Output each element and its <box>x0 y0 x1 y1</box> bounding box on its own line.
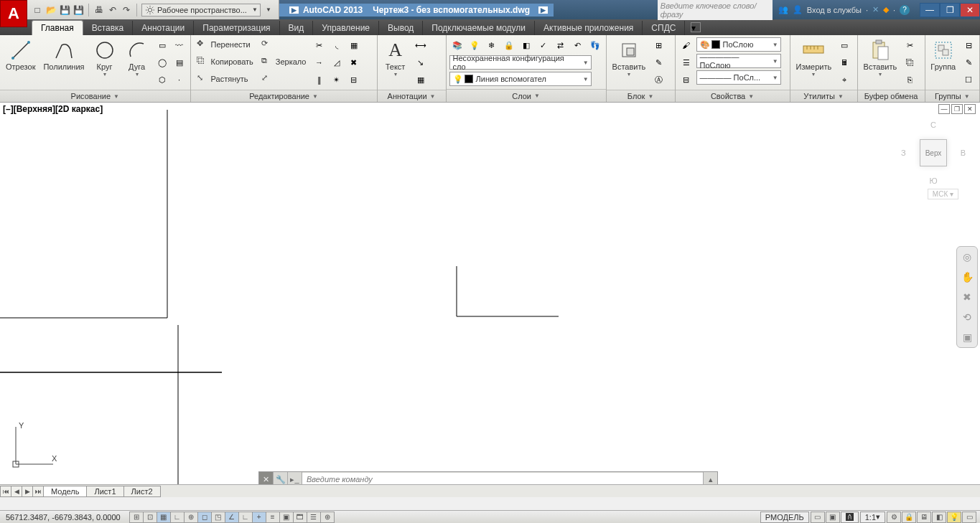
minimize-button[interactable]: — <box>920 3 940 17</box>
help-icon[interactable]: ? <box>900 5 910 15</box>
quickcalc-icon[interactable]: 🖩 <box>836 55 852 70</box>
sb-infowin-icon[interactable]: ⊞ <box>129 512 144 523</box>
panel-block-title[interactable]: Блок▼ <box>607 90 675 102</box>
explode-icon[interactable]: ✴ <box>329 72 345 88</box>
lt-first-icon[interactable]: ⏮ <box>0 486 11 497</box>
sb-ws-icon[interactable]: ⚙ <box>887 512 901 523</box>
exchange-app-icon[interactable]: ◆ <box>883 5 889 14</box>
nav-wheel-icon[interactable]: ◎ <box>960 250 974 264</box>
signin-label[interactable]: Вход в службы <box>807 6 862 14</box>
layout-tab-model[interactable]: Модель <box>43 486 87 497</box>
chamfer-icon[interactable]: ◿ <box>329 55 345 70</box>
xprops-icon[interactable]: ⊟ <box>678 72 694 88</box>
layer-walk-icon[interactable]: 👣 <box>587 37 603 53</box>
tab-spds[interactable]: СПДС <box>643 21 685 35</box>
panel-props-title[interactable]: Свойства▼ <box>676 90 790 102</box>
tab-parametric[interactable]: Параметризация <box>194 21 279 35</box>
leader-icon[interactable]: ↘ <box>413 55 429 70</box>
lineweight-combo[interactable]: ———— ПоСл... <box>696 70 781 85</box>
array-icon[interactable]: ▦ <box>346 37 362 53</box>
x-icon[interactable]: ✕ <box>872 5 879 14</box>
cut-icon[interactable]: ✂ <box>902 37 918 53</box>
sb-hw-icon[interactable]: 🖥 <box>917 512 931 523</box>
layer-props-icon[interactable]: 📚 <box>449 37 465 53</box>
app-menu-button[interactable]: A <box>0 0 27 27</box>
panel-group-title[interactable]: Группы▼ <box>925 90 979 102</box>
hatch-icon[interactable]: ▤ <box>172 55 187 70</box>
dim-linear-icon[interactable]: ⟷ <box>413 37 429 53</box>
circle-button[interactable]: Круг▾ <box>90 37 120 79</box>
extend-icon[interactable]: → <box>312 55 327 70</box>
linetype-combo[interactable]: ————— ПоСлою <box>696 54 781 68</box>
layer-lock-icon[interactable]: 🔒 <box>501 37 517 53</box>
group-edit-icon[interactable]: ✎ <box>961 55 976 70</box>
lt-prev-icon[interactable]: ◀ <box>11 486 22 497</box>
stretch-button[interactable]: ⤡Растянуть <box>194 72 256 86</box>
panel-draw-title[interactable]: Рисование▼ <box>0 90 190 102</box>
move-button[interactable]: ✥Перенести <box>194 37 256 52</box>
new-icon[interactable]: □ <box>32 4 43 16</box>
ungroup-icon[interactable]: ⊟ <box>961 37 976 53</box>
sb-ducs-icon[interactable]: ∟ <box>238 512 253 523</box>
trim-icon[interactable]: ✂ <box>312 37 327 53</box>
qat-more-icon[interactable]: ▼ <box>263 4 274 16</box>
nav-pan-icon[interactable]: ✋ <box>960 270 974 284</box>
mirror-button[interactable]: ⧉Зеркало <box>258 55 309 69</box>
layer-iso-icon[interactable]: ◧ <box>518 37 534 53</box>
tab-output[interactable]: Вывод <box>379 21 423 35</box>
sb-dyn-icon[interactable]: + <box>252 512 266 523</box>
nav-orbit-icon[interactable]: ⟲ <box>960 310 974 324</box>
close-button[interactable]: ✕ <box>960 3 980 17</box>
sb-iso-icon[interactable]: ◧ <box>932 512 946 523</box>
rotate-button[interactable]: ⟳ <box>258 37 309 52</box>
tab-plugins[interactable]: Подключаемые модули <box>423 21 535 35</box>
match-icon[interactable]: ⎘ <box>902 72 918 88</box>
undo-icon[interactable]: ↶ <box>107 4 118 16</box>
sb-bulb-icon[interactable]: 💡 <box>947 512 961 523</box>
sb-qv1-icon[interactable]: ▭ <box>811 512 825 523</box>
lt-last-icon[interactable]: ⏭ <box>32 486 44 497</box>
sb-grid-icon[interactable]: ▦ <box>157 512 171 523</box>
text-button[interactable]: A Текст▾ <box>381 37 411 79</box>
tab-insert[interactable]: Вставка <box>83 21 134 35</box>
sb-otrack-icon[interactable]: ∠ <box>225 512 239 523</box>
sb-lwt-icon[interactable]: ≡ <box>266 512 280 523</box>
layer-prev-icon[interactable]: ↶ <box>570 37 586 53</box>
matchprop-icon[interactable]: 🖌 <box>678 37 694 53</box>
line-button[interactable]: Отрезок <box>3 37 38 72</box>
tab-annotate[interactable]: Аннотации <box>133 21 194 35</box>
tab-express[interactable]: Активные приложения <box>535 21 643 35</box>
block-edit-icon[interactable]: ✎ <box>650 55 666 70</box>
panel-anno-title[interactable]: Аннотации▼ <box>378 90 446 102</box>
layer-match-icon[interactable]: ⇄ <box>553 37 569 53</box>
group-sel-icon[interactable]: ☐ <box>961 72 976 88</box>
block-create-icon[interactable]: ⊞ <box>650 37 666 53</box>
fillet-icon[interactable]: ◟ <box>329 37 345 53</box>
nav-show-icon[interactable]: ▣ <box>960 330 974 344</box>
drawing-area[interactable]: — ❐ ✕ [–][Верхняя][2D каркас] Y X С Ю В … <box>0 103 980 497</box>
tab-view[interactable]: Вид <box>280 21 314 35</box>
sb-lock-icon[interactable]: 🔒 <box>902 512 916 523</box>
sb-polar-icon[interactable]: ⊕ <box>184 512 198 523</box>
id-icon[interactable]: ⌖ <box>836 72 852 88</box>
layer-mkcur-icon[interactable]: ✓ <box>536 37 551 53</box>
vc-north[interactable]: С <box>930 121 936 129</box>
maximize-button[interactable]: ❐ <box>940 3 960 17</box>
sb-osnap-icon[interactable]: ◻ <box>197 512 212 523</box>
offset-icon[interactable]: ‖ <box>312 72 327 88</box>
layerstate-combo[interactable]: Несохраненная конфигурация сло <box>449 55 592 70</box>
copyclip-icon[interactable]: ⿻ <box>902 55 918 70</box>
erase-icon[interactable]: ✖ <box>346 55 362 70</box>
color-combo[interactable]: 🎨 ПоСлою <box>696 37 781 52</box>
tab-manage[interactable]: Управление <box>313 21 379 35</box>
group-button[interactable]: Группа <box>928 37 958 72</box>
panel-modify-title[interactable]: Редактирование▼ <box>191 90 377 102</box>
breakup-icon[interactable]: ⊟ <box>346 72 362 88</box>
vc-east[interactable]: В <box>961 149 966 157</box>
sb-qp-icon[interactable]: 🗔 <box>293 512 307 523</box>
sb-3dosnap-icon[interactable]: ◳ <box>211 512 225 523</box>
wcs-label[interactable]: МСК ▾ <box>928 189 958 199</box>
sb-snap-icon[interactable]: ⊡ <box>143 512 157 523</box>
polyline-button[interactable]: Полилиния <box>40 37 87 72</box>
ribbon-toggle-icon[interactable]: ▾ <box>691 22 701 32</box>
